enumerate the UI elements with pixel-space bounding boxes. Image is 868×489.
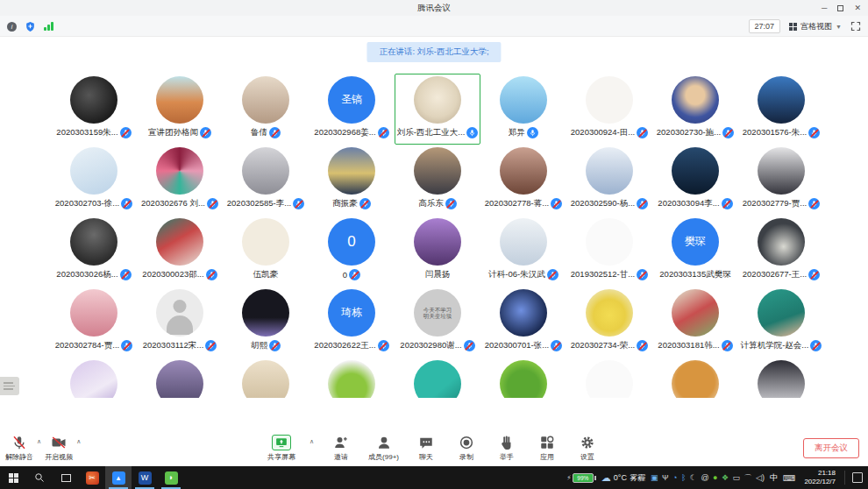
participant-tile[interactable]: 樊琛 2020303135武樊琛	[652, 216, 738, 287]
participant-tile[interactable]: 今天不学习明天变垃圾 2020302980谢...	[395, 287, 480, 358]
network-quality-icon[interactable]	[44, 22, 53, 31]
participant-avatar: 樊琛	[672, 218, 719, 266]
close-button[interactable]: ✕	[854, 4, 861, 12]
meeting-tray-icon[interactable]: ▣	[651, 474, 658, 482]
participant-name: 宣讲团孙格闻	[148, 127, 198, 138]
taskbar-tencent-meeting-app[interactable]: ▴	[105, 466, 132, 489]
participant-tile[interactable]: 计科-06-朱汉武	[480, 216, 566, 287]
video-options-chevron[interactable]: ∧	[76, 438, 81, 445]
invite-button[interactable]: 邀请	[328, 434, 354, 462]
participant-tile[interactable]: 0 0	[309, 216, 395, 287]
taskbar-clock[interactable]: 21:18 2022/12/7	[800, 469, 839, 486]
ime-indicator[interactable]: 中	[770, 472, 778, 484]
participant-tile[interactable]: 商振豪	[309, 145, 395, 216]
security-tray-icon[interactable]: ❖	[722, 474, 729, 482]
meeting-info-icon[interactable]: i	[7, 22, 17, 32]
participant-tile[interactable]	[652, 358, 738, 398]
touch-keyboard-icon[interactable]: ⌨	[783, 473, 795, 483]
fullscreen-icon[interactable]	[850, 21, 861, 32]
minimize-button[interactable]: ─	[822, 4, 827, 12]
mic-status-icon	[269, 340, 281, 351]
participant-tile[interactable]: 2020302677-王...	[738, 216, 824, 287]
members-button[interactable]: 成员(99+)	[368, 434, 399, 462]
record-button[interactable]: 录制	[453, 434, 480, 462]
chat-button[interactable]: 聊天	[413, 434, 439, 462]
participant-tile[interactable]: 2020302590-杨...	[566, 145, 652, 216]
taskbar-search-button[interactable]	[26, 466, 53, 489]
participant-tile[interactable]: 2020303181韩...	[652, 287, 738, 358]
participant-tile[interactable]: 郑异	[480, 74, 566, 145]
participant-tile[interactable]	[137, 358, 223, 398]
weather-widget[interactable]: ☁ 0°C 雾霾	[601, 472, 645, 484]
share-screen-button[interactable]: 共享屏幕	[267, 434, 295, 462]
mic-status-icon	[464, 340, 475, 351]
taskbar-word-app[interactable]: W	[132, 466, 158, 489]
participant-avatar	[70, 147, 117, 195]
participant-tile[interactable]	[309, 358, 395, 398]
participant-tile[interactable]: 2020300701-张...	[480, 287, 566, 358]
participant-tile[interactable]: 2020303026杨...	[51, 216, 137, 287]
participant-tile[interactable]: 2020302703-徐...	[51, 145, 137, 216]
unmute-button[interactable]: 解除静音	[5, 434, 33, 462]
network-tray-icon[interactable]: ⌒	[744, 474, 752, 482]
participant-tile[interactable]	[51, 358, 137, 398]
participant-tile[interactable]: 2020303112宋...	[137, 287, 223, 358]
participant-tile[interactable]: 2020302734-荣...	[566, 287, 652, 358]
participant-tile[interactable]: 2020300924-田...	[566, 74, 652, 145]
participant-tile[interactable]: 闫晨扬	[395, 216, 480, 287]
start-video-button[interactable]: 开启视频	[45, 434, 73, 462]
audio-options-chevron[interactable]: ∧	[37, 438, 41, 445]
share-options-chevron[interactable]: ∧	[309, 438, 314, 445]
battery-indicator[interactable]: ⚡ 99%	[566, 473, 596, 483]
battery-tray-icon[interactable]: ▭	[733, 474, 741, 482]
leave-meeting-button[interactable]: 离开会议	[803, 438, 859, 458]
participant-tile[interactable]: 2020302676 刘...	[137, 145, 223, 216]
participant-tile[interactable]: 2019302512-甘...	[566, 216, 652, 287]
participant-avatar	[586, 360, 633, 398]
participant-tile[interactable]: 计算机学院-赵会...	[738, 287, 824, 358]
participant-tile[interactable]: 刘乐-西北工业大...	[395, 74, 480, 145]
participant-tile[interactable]: 2020302784-贾...	[51, 287, 137, 358]
raise-hand-button[interactable]: 举手	[494, 434, 520, 462]
participant-tile[interactable]: 鲁倩	[223, 74, 309, 145]
clock-tray-icon[interactable]: ◔	[672, 474, 677, 482]
apps-button[interactable]: 应用	[534, 434, 560, 462]
participant-tile[interactable]: 2020302585-李...	[223, 145, 309, 216]
participant-tile[interactable]	[738, 358, 824, 398]
participant-tile[interactable]: 2020302778-蒋...	[480, 145, 566, 216]
mic-tray-icon[interactable]: Ψ	[662, 474, 669, 482]
participant-tile[interactable]	[223, 358, 309, 398]
participant-tile[interactable]	[395, 358, 480, 398]
start-button[interactable]	[0, 466, 26, 489]
participant-tile[interactable]: 圣镐 2020302968姜...	[309, 74, 395, 145]
participant-tile[interactable]: 2020302779-贾...	[738, 145, 824, 216]
participant-tile[interactable]: 伍凯豪	[223, 216, 309, 287]
participant-tile[interactable]	[480, 358, 566, 398]
mic-status-icon	[637, 127, 648, 138]
action-center-button[interactable]	[852, 472, 863, 483]
participant-tile[interactable]	[566, 358, 652, 398]
participant-tile[interactable]: 2020302730-施...	[652, 74, 738, 145]
participant-tile[interactable]: 2020303094李...	[652, 145, 738, 216]
taskbar-wechat-app[interactable]: ◗	[158, 466, 184, 489]
nightlight-tray-icon[interactable]: ☾	[690, 474, 697, 482]
sidebar-collapse-handle[interactable]	[0, 377, 19, 395]
bluetooth-tray-icon[interactable]: ᛒ	[681, 474, 686, 482]
taskbar-snipping-app[interactable]: ✂	[79, 466, 105, 489]
view-mode-selector[interactable]: 宫格视图 ▼	[789, 21, 842, 32]
wechat-tray-icon[interactable]: ●	[713, 474, 717, 482]
mail-tray-icon[interactable]: @	[701, 474, 708, 482]
participant-tile[interactable]: 2020301576-朱...	[738, 74, 824, 145]
task-view-button[interactable]	[53, 466, 79, 489]
participant-tile[interactable]: 宣讲团孙格闻	[137, 74, 223, 145]
participant-name: 胡熙	[251, 340, 267, 351]
participant-tile[interactable]: 2020300023邵...	[137, 216, 223, 287]
participant-tile[interactable]: 胡熙	[223, 287, 309, 358]
participant-tile[interactable]: 琦栋 2020302622王...	[309, 287, 395, 358]
participant-tile[interactable]: 高乐东	[395, 145, 480, 216]
maximize-button[interactable]	[837, 5, 843, 11]
volume-tray-icon[interactable]: ◁)	[756, 474, 765, 482]
security-shield-icon[interactable]	[25, 21, 36, 32]
settings-button[interactable]: 设置	[574, 434, 601, 462]
participant-tile[interactable]: 2020303159朱...	[51, 74, 137, 145]
